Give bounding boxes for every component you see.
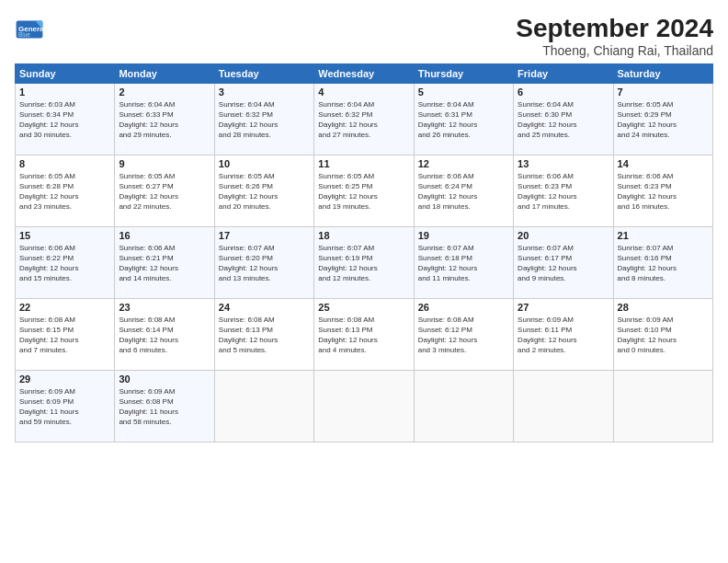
table-row: [514, 370, 613, 442]
col-thursday: Thursday: [414, 63, 513, 83]
table-row: 30Sunrise: 6:09 AMSunset: 6:08 PMDayligh…: [115, 370, 214, 442]
table-row: 14Sunrise: 6:06 AMSunset: 6:23 PMDayligh…: [613, 155, 712, 226]
col-friday: Friday: [514, 63, 613, 83]
col-saturday: Saturday: [613, 63, 712, 83]
table-row: 13Sunrise: 6:06 AMSunset: 6:23 PMDayligh…: [514, 155, 613, 226]
table-row: [414, 370, 513, 442]
table-row: 23Sunrise: 6:08 AMSunset: 6:14 PMDayligh…: [115, 298, 214, 370]
table-row: 9Sunrise: 6:05 AMSunset: 6:27 PMDaylight…: [115, 155, 214, 226]
col-monday: Monday: [115, 63, 214, 83]
table-row: 22Sunrise: 6:08 AMSunset: 6:15 PMDayligh…: [16, 298, 115, 370]
table-row: 28Sunrise: 6:09 AMSunset: 6:10 PMDayligh…: [613, 298, 712, 370]
table-row: 8Sunrise: 6:05 AMSunset: 6:28 PMDaylight…: [16, 155, 115, 226]
location-title: Thoeng, Chiang Rai, Thailand: [516, 43, 713, 58]
table-row: 7Sunrise: 6:05 AMSunset: 6:29 PMDaylight…: [613, 83, 712, 155]
table-row: [314, 370, 414, 442]
table-row: 15Sunrise: 6:06 AMSunset: 6:22 PMDayligh…: [16, 226, 115, 298]
month-title: September 2024: [516, 15, 713, 43]
table-row: 4Sunrise: 6:04 AMSunset: 6:32 PMDaylight…: [314, 83, 414, 155]
table-row: 5Sunrise: 6:04 AMSunset: 6:31 PMDaylight…: [414, 83, 513, 155]
table-row: [613, 370, 712, 442]
col-wednesday: Wednesday: [314, 63, 414, 83]
table-row: 26Sunrise: 6:08 AMSunset: 6:12 PMDayligh…: [414, 298, 513, 370]
table-row: 27Sunrise: 6:09 AMSunset: 6:11 PMDayligh…: [514, 298, 613, 370]
table-row: 29Sunrise: 6:09 AMSunset: 6:09 PMDayligh…: [16, 370, 115, 442]
table-row: 25Sunrise: 6:08 AMSunset: 6:13 PMDayligh…: [314, 298, 414, 370]
calendar-table: Sunday Monday Tuesday Wednesday Thursday…: [15, 63, 713, 442]
table-row: 17Sunrise: 6:07 AMSunset: 6:20 PMDayligh…: [214, 226, 313, 298]
table-row: 19Sunrise: 6:07 AMSunset: 6:18 PMDayligh…: [414, 226, 513, 298]
calendar-header-row: Sunday Monday Tuesday Wednesday Thursday…: [16, 63, 713, 83]
svg-text:Blue: Blue: [18, 31, 30, 38]
table-row: 21Sunrise: 6:07 AMSunset: 6:16 PMDayligh…: [613, 226, 712, 298]
table-row: 11Sunrise: 6:05 AMSunset: 6:25 PMDayligh…: [314, 155, 414, 226]
table-row: 18Sunrise: 6:07 AMSunset: 6:19 PMDayligh…: [314, 226, 414, 298]
logo: General Blue: [15, 15, 44, 44]
table-row: 1Sunrise: 6:03 AMSunset: 6:34 PMDaylight…: [16, 83, 115, 155]
col-tuesday: Tuesday: [214, 63, 313, 83]
logo-icon: General Blue: [15, 15, 44, 44]
table-row: 16Sunrise: 6:06 AMSunset: 6:21 PMDayligh…: [115, 226, 214, 298]
table-row: [214, 370, 313, 442]
table-row: 6Sunrise: 6:04 AMSunset: 6:30 PMDaylight…: [514, 83, 613, 155]
col-sunday: Sunday: [16, 63, 115, 83]
table-row: 2Sunrise: 6:04 AMSunset: 6:33 PMDaylight…: [115, 83, 214, 155]
table-row: 3Sunrise: 6:04 AMSunset: 6:32 PMDaylight…: [214, 83, 313, 155]
main-container: General Blue September 2024 Thoeng, Chia…: [0, 0, 728, 450]
table-row: 12Sunrise: 6:06 AMSunset: 6:24 PMDayligh…: [414, 155, 513, 226]
table-row: 20Sunrise: 6:07 AMSunset: 6:17 PMDayligh…: [514, 226, 613, 298]
title-block: September 2024 Thoeng, Chiang Rai, Thail…: [516, 15, 713, 58]
table-row: 10Sunrise: 6:05 AMSunset: 6:26 PMDayligh…: [214, 155, 313, 226]
header: General Blue September 2024 Thoeng, Chia…: [15, 15, 713, 58]
table-row: 24Sunrise: 6:08 AMSunset: 6:13 PMDayligh…: [214, 298, 313, 370]
